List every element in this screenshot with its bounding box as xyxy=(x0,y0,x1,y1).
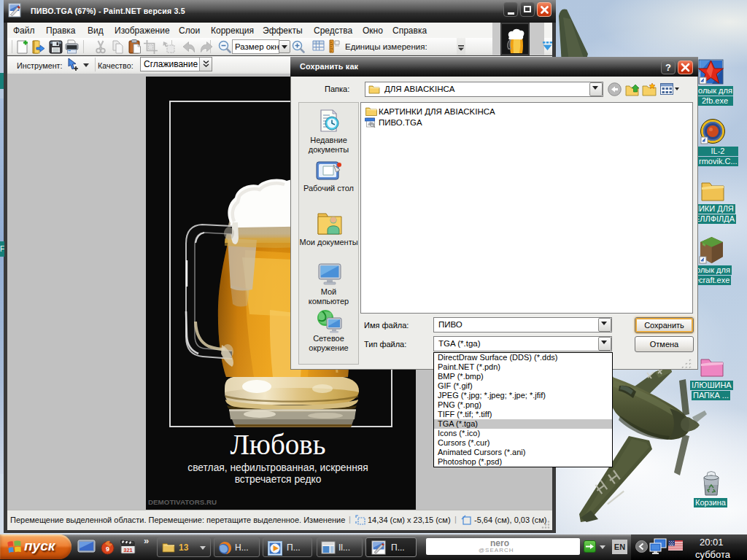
svg-text:321: 321 xyxy=(123,547,133,553)
svg-text:9: 9 xyxy=(106,545,109,553)
svg-text:встречается редко: встречается редко xyxy=(235,474,322,485)
svg-text:DEMOTIVATORS.RU: DEMOTIVATORS.RU xyxy=(148,498,217,506)
svg-text:Любовь: Любовь xyxy=(230,429,325,460)
svg-text:светлая, нефильтрованная, искр: светлая, нефильтрованная, искренняя xyxy=(187,462,368,473)
